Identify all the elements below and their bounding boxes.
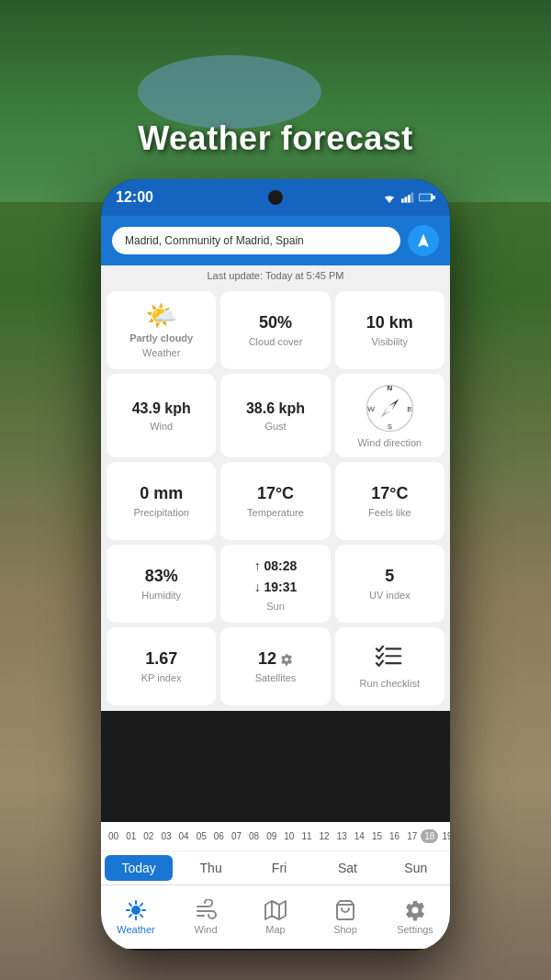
cloud-cover-cell[interactable]: 50% Cloud cover (220, 291, 330, 369)
nav-shop-label: Shop (333, 924, 357, 935)
satellites-value: 12 (258, 649, 276, 669)
checklist-icon (375, 645, 404, 674)
svg-text:W: W (367, 405, 375, 413)
humidity-label: Humidity (141, 590, 181, 601)
feels-like-label: Feels like (368, 507, 410, 518)
hour-18[interactable]: 18 (421, 829, 438, 843)
status-bar: 12:00 (101, 179, 450, 216)
gust-cell[interactable]: 38.6 kph Gust (220, 374, 330, 457)
phone-frame: 12:00 Madri (101, 179, 450, 951)
svg-rect-8 (420, 195, 431, 201)
tab-sun[interactable]: Sun (382, 851, 450, 884)
kp-index-value: 1.67 (145, 649, 177, 669)
weather-grid: 🌤️ Partly cloudy Weather 50% Cloud cover… (101, 286, 450, 711)
svg-rect-4 (405, 197, 408, 202)
svg-marker-19 (388, 397, 400, 410)
wind-label: Wind (150, 421, 173, 432)
satellites-label: Satellites (255, 672, 297, 683)
tab-sat[interactable]: Sat (313, 851, 381, 884)
feels-like-cell[interactable]: 17°C Feels like (335, 462, 444, 540)
hour-bar: 00 01 02 03 04 05 06 07 08 09 10 11 12 1… (101, 822, 450, 850)
sun-cell[interactable]: ↑ 08:28 ↓ 19:31 Sun (220, 545, 330, 623)
settings-icon-small (280, 653, 293, 666)
svg-marker-33 (265, 901, 286, 919)
temperature-cell[interactable]: 17°C Temperature (220, 462, 330, 540)
run-checklist-cell[interactable]: Run checklist (335, 627, 444, 705)
hour-14[interactable]: 14 (351, 829, 368, 843)
nav-settings[interactable]: Settings (380, 885, 450, 949)
hour-15[interactable]: 15 (368, 829, 386, 843)
nav-weather-label: Weather (117, 924, 154, 935)
kp-index-label: KP index (141, 672, 182, 683)
page-title: Weather forecast (0, 119, 551, 158)
nav-shop[interactable]: Shop (310, 885, 380, 949)
hour-06[interactable]: 06 (210, 829, 228, 843)
hour-05[interactable]: 05 (193, 829, 210, 843)
tab-thu[interactable]: Thu (176, 851, 244, 884)
uv-index-cell[interactable]: 5 UV index (335, 545, 444, 623)
svg-marker-20 (378, 406, 391, 419)
compass: N S E W (365, 383, 415, 434)
tab-fri[interactable]: Fri (245, 851, 313, 884)
hour-16[interactable]: 16 (386, 829, 403, 843)
svg-rect-3 (401, 198, 404, 202)
svg-rect-5 (408, 195, 410, 202)
visibility-cell[interactable]: 10 km Visibility (335, 291, 444, 369)
hour-19[interactable]: 19 (438, 829, 450, 843)
hour-01[interactable]: 01 (122, 829, 140, 843)
visibility-label: Visibility (372, 336, 409, 347)
wind-cell[interactable]: 43.9 kph Wind (107, 374, 216, 457)
last-update: Last update: Today at 5:45 PM (101, 265, 450, 286)
search-bar[interactable]: Madrid, Community of Madrid, Spain (112, 227, 400, 254)
cloud-cover-value: 50% (259, 313, 292, 332)
nav-weather[interactable]: Weather (101, 885, 171, 949)
nav-map-label: Map (265, 924, 285, 935)
shop-nav-icon (334, 899, 356, 921)
camera-notch (268, 190, 283, 205)
day-tabs: Today Thu Fri Sat Sun (101, 850, 450, 884)
weather-nav-icon (125, 899, 147, 921)
hour-09[interactable]: 09 (263, 829, 280, 843)
wind-direction-cell[interactable]: N S E W (335, 374, 444, 457)
partly-cloudy-icon: 🌤️ (145, 303, 177, 329)
kp-index-cell[interactable]: 1.67 KP index (107, 627, 216, 705)
hour-08[interactable]: 08 (245, 829, 263, 843)
hour-03[interactable]: 03 (157, 829, 174, 843)
app-header: Madrid, Community of Madrid, Spain (101, 216, 450, 265)
hour-17[interactable]: 17 (403, 829, 421, 843)
temperature-label: Temperature (247, 507, 304, 518)
svg-text:E: E (407, 405, 411, 413)
precipitation-cell[interactable]: 0 mm Precipitation (107, 462, 216, 540)
hour-10[interactable]: 10 (280, 829, 298, 843)
hour-13[interactable]: 13 (333, 829, 351, 843)
temperature-value: 17°C (257, 484, 294, 503)
svg-point-24 (131, 906, 141, 915)
hour-11[interactable]: 11 (298, 829, 315, 843)
svg-line-29 (129, 904, 131, 906)
gust-label: Gust (264, 421, 286, 432)
precipitation-label: Precipitation (133, 507, 189, 518)
svg-line-31 (141, 904, 142, 906)
humidity-cell[interactable]: 83% Humidity (107, 545, 216, 623)
weather-cell[interactable]: 🌤️ Partly cloudy Weather (107, 291, 216, 369)
tab-today[interactable]: Today (105, 855, 173, 881)
humidity-value: 83% (145, 567, 178, 586)
hour-04[interactable]: 04 (175, 829, 193, 843)
hour-07[interactable]: 07 (228, 829, 245, 843)
wind-value: 43.9 kph (132, 400, 191, 417)
uv-index-value: 5 (385, 567, 394, 586)
sunrise-value: ↑ 08:28 (254, 557, 298, 576)
visibility-value: 10 km (366, 313, 413, 332)
location-button[interactable] (408, 225, 439, 256)
run-checklist-label: Run checklist (360, 678, 420, 689)
feels-like-value: 17°C (371, 484, 408, 503)
hour-12[interactable]: 12 (316, 829, 333, 843)
hour-02[interactable]: 02 (140, 829, 157, 843)
svg-line-30 (141, 915, 142, 917)
hour-00[interactable]: 00 (105, 829, 122, 843)
sunset-value: ↓ 19:31 (254, 578, 298, 597)
nav-wind[interactable]: Wind (171, 885, 241, 949)
nav-map[interactable]: Map (241, 885, 310, 949)
satellites-cell[interactable]: 12 Satellites (220, 627, 330, 705)
title-area: Weather forecast (0, 119, 551, 158)
